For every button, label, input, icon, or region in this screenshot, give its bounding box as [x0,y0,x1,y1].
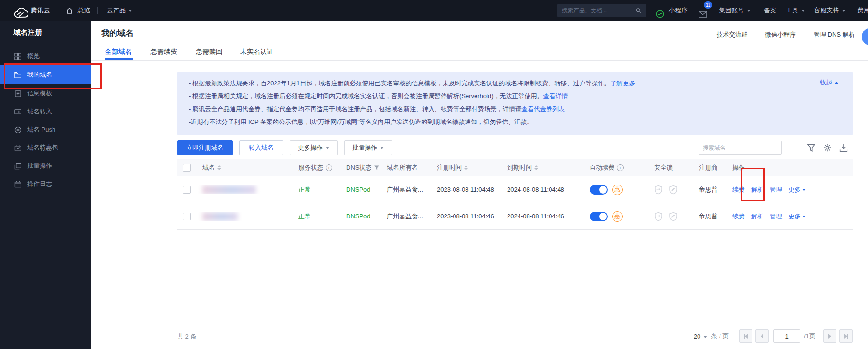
previous-page-button[interactable] [755,329,769,343]
total-pages-label: /1页 [804,332,815,340]
info-icon[interactable] [326,164,332,171]
sidebar: 域名注册 概览 我的域名 信息模板 域名转入 域名 Push 域名特惠包 批量操… [0,21,91,349]
tab-redeem-urgent[interactable]: 急需赎回 [196,48,222,56]
auto-renew-toggle[interactable] [590,185,608,195]
transfer-lock-icon[interactable] [654,185,663,195]
registration-time: 2023-08-08 11:04:46 [437,213,494,220]
select-all-checkbox[interactable] [183,164,191,172]
nav-support[interactable]: 客服支持 [814,0,846,21]
batch-operations-button[interactable]: 批量操作 [344,140,392,155]
link-wechat-mini-program[interactable]: 微信小程序 [765,31,796,39]
renew-link[interactable]: 续费 [732,185,745,194]
tencent-cloud-logo[interactable] [14,0,28,21]
nav-icp-filing[interactable]: 备案 [764,0,776,21]
registrar-name: 帝思普 [699,185,718,194]
sidebar-item-info-templates[interactable]: 信息模板 [0,84,91,103]
link-tech-group[interactable]: 技术交流群 [717,31,748,39]
manage-link[interactable]: 管理 [770,185,782,194]
first-page-button[interactable] [739,329,752,343]
more-actions-link[interactable]: 更多 [788,212,806,221]
service-status: 正常 [298,212,311,221]
tab-all-domains[interactable]: 全部域名 [105,48,132,56]
update-lock-icon[interactable] [669,185,677,195]
batch-layers-icon [14,163,21,170]
sidebar-item-overview[interactable]: 概览 [0,47,91,65]
sidebar-item-my-domains[interactable]: 我的域名 [0,65,91,84]
nav-overview[interactable]: 总览 [66,0,90,21]
nav-billing[interactable]: 费用 [857,0,868,21]
update-lock-icon[interactable] [669,212,677,221]
nav-group-account[interactable]: 集团账号 [719,0,751,21]
voucher-list-link[interactable]: 查看代金券列表 [521,105,565,113]
collapse-notice-link[interactable]: 收起 [820,78,838,87]
row-checkbox[interactable] [183,213,191,220]
row-checkbox[interactable] [183,186,191,194]
domain-owner: 广州嘉益食... [387,212,423,221]
chevron-down-icon [128,10,132,12]
domain-search-box[interactable] [699,141,782,155]
domain-table: 域名 服务状态 DNS状态 域名所有者 注册时间 到期时间 自动续费 安全锁 注… [177,159,853,230]
last-page-button[interactable] [839,329,853,343]
tab-renew-urgent[interactable]: 急需续费 [150,48,177,56]
resolve-dns-link[interactable]: 解析 [751,185,763,194]
info-icon[interactable] [617,164,624,171]
auto-renew-toggle[interactable] [590,212,608,221]
registrar-name: 帝思普 [699,212,718,221]
tab-not-verified[interactable]: 未实名认证 [240,48,274,56]
page-size-select[interactable]: 20 [694,333,707,340]
download-icon[interactable] [839,144,848,152]
notice-banner: - 根据最新政策法规要求，自2022年1月1日起，域名注册前必须使用已实名审核的… [177,72,853,135]
floating-help-button[interactable] [862,28,868,46]
nav-tools[interactable]: 工具 [786,0,805,21]
sidebar-item-batch-operations[interactable]: 批量操作 [0,157,91,175]
filter-icon[interactable] [807,144,815,152]
chevron-down-icon [802,216,806,218]
more-operations-button[interactable]: 更多操作 [290,140,338,155]
chevron-down-icon [703,336,707,338]
topbar-divider [97,7,98,14]
search-icon [636,7,641,14]
sort-icon[interactable] [464,165,468,170]
total-count-label: 共 2 条 [177,332,196,341]
chevron-down-icon [801,10,805,12]
link-manage-dns[interactable]: 管理 DNS 解析 [814,31,855,39]
col-expire-time: 到期时间 [507,164,532,172]
gift-package-icon [14,144,21,152]
sort-icon[interactable] [217,165,221,170]
more-actions-link[interactable]: 更多 [788,185,806,194]
learn-more-link[interactable]: 了解更多 [610,80,635,87]
table-header-row: 域名 服务状态 DNS状态 域名所有者 注册时间 到期时间 自动续费 安全锁 注… [177,159,853,176]
domain-search-input[interactable] [703,144,777,151]
transfer-lock-icon[interactable] [654,212,663,221]
manage-link[interactable]: 管理 [770,212,782,221]
sidebar-item-domain-transfer-in[interactable]: 域名转入 [0,103,91,121]
topbar-search-input[interactable] [562,7,636,14]
promo-badge[interactable]: 惠 [612,185,623,195]
sidebar-item-domain-push[interactable]: 域名 Push [0,121,91,139]
sidebar-item-domain-packages[interactable]: 域名特惠包 [0,139,91,157]
resolve-dns-link[interactable]: 解析 [751,212,763,221]
nav-cloud-products[interactable]: 云产品 [107,0,132,21]
chevron-down-icon [842,10,846,12]
sidebar-title: 域名注册 [13,28,42,37]
page-title: 我的域名 [101,28,134,39]
sidebar-item-operation-logs[interactable]: 操作日志 [0,175,91,193]
topbar-search[interactable] [557,4,646,17]
domain-folder-icon [14,72,21,79]
gear-icon[interactable] [823,144,832,152]
col-owner: 域名所有者 [387,164,418,172]
transfer-domain-button[interactable]: 转入域名 [239,140,283,155]
current-page-input[interactable] [773,329,800,343]
renew-link[interactable]: 续费 [732,212,745,221]
sort-icon[interactable] [534,165,538,170]
chevron-up-icon [835,82,838,84]
col-service-status: 服务状态 [298,164,323,172]
filter-funnel-icon[interactable] [374,165,380,171]
mail-icon [699,11,707,18]
promo-badge[interactable]: 惠 [612,211,623,222]
view-details-link[interactable]: 查看详情 [543,92,568,100]
register-domain-button[interactable]: 立即注册域名 [177,140,233,155]
next-page-button[interactable] [823,329,836,343]
brand-name[interactable]: 腾讯云 [31,0,51,21]
nav-mini-program[interactable]: 小程序 [656,0,688,21]
